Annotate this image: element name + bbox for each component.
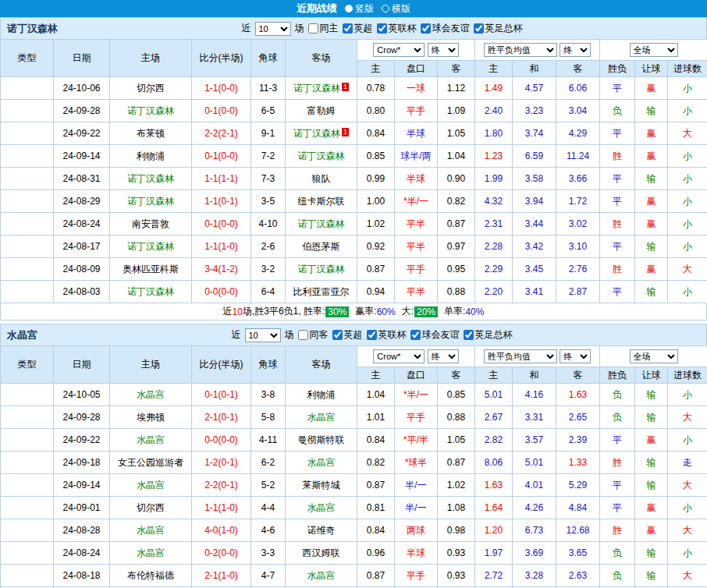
home-team[interactable]: 利物浦 <box>110 145 192 168</box>
match-score[interactable]: 1-1(1-0) <box>192 236 251 258</box>
match-score[interactable]: 0-2(0-0) <box>192 542 251 565</box>
match-score[interactable]: 2-1(1-0) <box>192 565 251 587</box>
home-team[interactable]: 女王公园巡游者 <box>110 452 192 474</box>
away-team[interactable]: 诺丁汉森林1 <box>286 122 357 145</box>
odds-stage-select[interactable]: 终 <box>428 349 459 363</box>
avg-stage-select[interactable]: 终 <box>560 43 591 57</box>
match-row: 英联杯24-08-28水晶宫4-0(1-0)4-6诺维奇0.84两球0.981.… <box>1 519 707 542</box>
away-team[interactable]: 利物浦 <box>286 384 357 406</box>
bookmaker-select[interactable]: Crow* <box>373 43 425 57</box>
home-team[interactable]: 奥林匹亚科斯 <box>110 258 192 281</box>
home-team[interactable]: 诺丁汉森林 <box>110 236 192 258</box>
home-team[interactable]: 切尔西 <box>110 497 192 519</box>
away-team[interactable]: 诺丁汉森林1 <box>286 77 357 100</box>
home-team[interactable]: 诺丁汉森林 <box>110 190 192 213</box>
match-score[interactable]: 2-1(0-1) <box>192 406 251 429</box>
home-team[interactable]: 水晶宫 <box>110 542 192 565</box>
match-score[interactable]: 3-4(1-2) <box>192 258 251 281</box>
away-team[interactable]: 水晶宫 <box>286 452 357 474</box>
avg-odds-select[interactable]: 胜平负均值 <box>484 43 557 57</box>
match-score[interactable]: 1-2(0-1) <box>192 452 251 474</box>
match-score[interactable]: 0-1(0-1) <box>192 384 251 406</box>
away-team[interactable]: 富勒姆 <box>286 100 357 122</box>
league-filter-efl-cup[interactable]: 英联杯 <box>367 328 407 342</box>
away-team[interactable]: 水晶宫 <box>286 565 357 587</box>
same-venue-checkbox[interactable]: 同主 <box>308 22 339 35</box>
match-score[interactable]: 1-1(1-0) <box>192 497 251 519</box>
avg-odds-away: 1.33 <box>556 452 600 474</box>
match-score[interactable]: 4-0(1-0) <box>192 519 251 542</box>
away-team[interactable]: 纽卡斯尔联 <box>286 190 357 213</box>
match-score[interactable]: 1-1(0-1) <box>192 190 251 213</box>
home-team[interactable]: 水晶宫 <box>110 519 192 542</box>
home-team[interactable]: 水晶宫 <box>110 429 192 452</box>
match-score[interactable]: 0-1(0-0) <box>192 100 251 122</box>
home-team[interactable]: 诺丁汉森林 <box>110 168 192 190</box>
home-team[interactable]: 南安普敦 <box>110 213 192 236</box>
same-venue-input[interactable] <box>308 23 318 34</box>
league-epl-input[interactable] <box>343 23 353 34</box>
home-team[interactable]: 诺丁汉森林 <box>110 281 192 303</box>
match-score[interactable]: 1-1(0-0) <box>192 77 251 100</box>
away-team[interactable]: 诺丁汉森林 <box>286 258 357 281</box>
league-filter-fa-cup[interactable]: 英足总杯 <box>464 328 513 342</box>
home-team[interactable]: 诺丁汉森林 <box>110 100 192 122</box>
col-header-goals: 进球数 <box>668 61 707 77</box>
match-count-select[interactable]: 10 <box>255 22 291 36</box>
home-team[interactable]: 水晶宫 <box>110 474 192 497</box>
home-team[interactable]: 水晶宫 <box>110 384 192 406</box>
away-team[interactable]: 诺丁汉森林 <box>286 213 357 236</box>
away-team[interactable]: 比利亚雷亚尔 <box>286 281 357 303</box>
league-efl-cup-input[interactable] <box>367 330 377 340</box>
match-score[interactable]: 1-1(1-1) <box>192 168 251 190</box>
league-efl-cup-input[interactable] <box>377 23 387 34</box>
match-count-select[interactable]: 10 <box>245 328 281 342</box>
match-score[interactable]: 2-2(2-1) <box>192 122 251 145</box>
layout-horizontal-radio[interactable]: 横版 <box>382 2 410 16</box>
corner-count: 3-3 <box>251 542 286 565</box>
match-score[interactable]: 0-0(0-0) <box>192 281 251 303</box>
league-badge: 球会友谊 <box>1 281 54 303</box>
home-team[interactable]: 切尔西 <box>110 77 192 100</box>
avg-odds-select[interactable]: 胜平负均值 <box>484 349 557 363</box>
scope-select[interactable]: 全场 <box>630 43 678 57</box>
away-team[interactable]: 莱斯特城 <box>286 474 357 497</box>
same-venue-checkbox[interactable]: 同客 <box>298 328 329 342</box>
league-filter-friendly[interactable]: 球会友谊 <box>410 328 460 342</box>
avg-odds-away: 4.29 <box>556 122 600 145</box>
league-filter-efl-cup[interactable]: 英联杯 <box>377 22 417 35</box>
scope-select[interactable]: 全场 <box>630 349 678 363</box>
match-score[interactable]: 0-0(0-0) <box>192 429 251 452</box>
layout-vertical-radio[interactable]: 竖版 <box>345 2 374 16</box>
away-team[interactable]: 水晶宫 <box>286 497 357 519</box>
away-team[interactable]: 狼队 <box>286 168 357 190</box>
league-fa-cup-input[interactable] <box>474 23 484 34</box>
odds-stage-select[interactable]: 终 <box>428 43 459 57</box>
away-team[interactable]: 水晶宫 <box>286 406 357 429</box>
avg-odds-home: 1.99 <box>475 168 513 190</box>
league-filter-epl[interactable]: 英超 <box>332 328 363 342</box>
league-filter-friendly[interactable]: 球会友谊 <box>421 22 470 35</box>
league-epl-input[interactable] <box>332 330 343 340</box>
league-fa-cup-input[interactable] <box>464 330 474 340</box>
away-team[interactable]: 诺维奇 <box>286 519 357 542</box>
bookmaker-select[interactable]: Crow* <box>373 349 425 363</box>
avg-stage-select[interactable]: 终 <box>560 349 591 363</box>
home-team[interactable]: 埃弗顿 <box>110 406 192 429</box>
match-score[interactable]: 0-1(0-0) <box>192 145 251 168</box>
match-score[interactable]: 0-1(0-0) <box>192 213 251 236</box>
odds-away: 0.93 <box>438 565 475 587</box>
away-team[interactable]: 西汉姆联 <box>286 542 357 565</box>
home-team[interactable]: 布伦特福德 <box>110 565 192 587</box>
league-filter-epl[interactable]: 英超 <box>343 22 373 35</box>
league-filter-fa-cup[interactable]: 英足总杯 <box>474 22 523 35</box>
away-team[interactable]: 诺丁汉森林 <box>286 145 357 168</box>
same-venue-input[interactable] <box>298 330 308 340</box>
match-row: 英超24-08-24水晶宫0-2(0-0)3-3西汉姆联0.96半球0.931.… <box>1 542 707 565</box>
away-team[interactable]: 曼彻斯特联 <box>286 429 357 452</box>
match-score[interactable]: 2-2(0-1) <box>192 474 251 497</box>
league-friendly-input[interactable] <box>410 330 421 340</box>
home-team[interactable]: 布莱顿 <box>110 122 192 145</box>
away-team[interactable]: 伯恩茅斯 <box>286 236 357 258</box>
league-friendly-input[interactable] <box>421 23 431 34</box>
